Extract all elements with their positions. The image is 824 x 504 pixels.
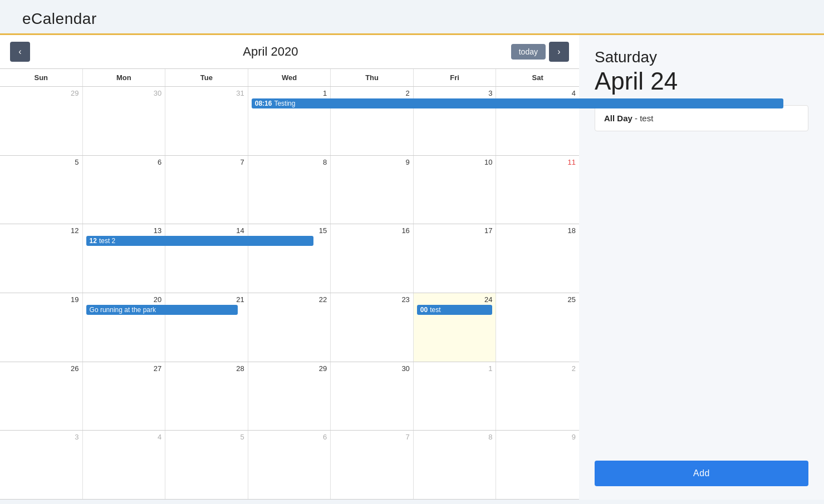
day-cell-may7[interactable]: 7 [331, 431, 414, 499]
week-row-1: 29 30 31 1 08:16Testing 2 3 4 [0, 87, 579, 156]
detail-date: April 24 [595, 67, 808, 95]
day-cell-apr29[interactable]: 29 [248, 362, 331, 431]
day-cell-apr21[interactable]: 21 [165, 293, 248, 362]
day-cell-mar31[interactable]: 31 [165, 87, 248, 155]
day-cell-apr28[interactable]: 28 [165, 362, 248, 431]
calendar-nav: ‹ April 2020 today › [0, 35, 579, 68]
calendar-section: ‹ April 2020 today › Sun Mon Tue Wed Thu… [0, 33, 579, 500]
event-apr13-test2[interactable]: 12test 2 [86, 236, 314, 246]
day-cell-apr11[interactable]: 11 [496, 156, 579, 224]
day-cell-apr7[interactable]: 7 [165, 156, 248, 224]
day-cell-apr13[interactable]: 13 12test 2 [83, 224, 166, 293]
all-day-label: All Day [604, 113, 632, 123]
day-cell-apr18[interactable]: 18 [496, 224, 579, 293]
day-header-wed: Wed [248, 69, 331, 86]
day-cell-apr19[interactable]: 19 [0, 293, 83, 362]
day-header-thu: Thu [331, 69, 414, 86]
day-header-sun: Sun [0, 69, 83, 86]
day-cell-apr10[interactable]: 10 [414, 156, 497, 224]
detail-day-name: Saturday [595, 48, 808, 66]
main-container: ‹ April 2020 today › Sun Mon Tue Wed Thu… [0, 33, 824, 500]
day-cell-may5[interactable]: 5 [165, 431, 248, 499]
weeks-container: 29 30 31 1 08:16Testing 2 3 4 5 6 7 8 [0, 87, 579, 500]
next-month-button[interactable]: › [549, 42, 569, 62]
day-cell-may9[interactable]: 9 [496, 431, 579, 499]
day-cell-apr2[interactable]: 2 [331, 87, 414, 155]
day-cell-apr26[interactable]: 26 [0, 362, 83, 431]
day-cell-apr22[interactable]: 22 [248, 293, 331, 362]
day-cell-apr25[interactable]: 25 [496, 293, 579, 362]
day-cell-apr4[interactable]: 4 [496, 87, 579, 155]
week-row-4: 19 20 Go running at the park 21 22 23 24… [0, 293, 579, 362]
month-title: April 2020 [243, 45, 298, 59]
app-title: eCalendar [0, 0, 824, 33]
event-apr20-running[interactable]: Go running at the park [86, 305, 238, 315]
day-cell-may4[interactable]: 4 [83, 431, 166, 499]
event-apr1-testing[interactable]: 08:16Testing [252, 98, 783, 108]
day-cell-apr8[interactable]: 8 [248, 156, 331, 224]
day-cell-may3[interactable]: 3 [0, 431, 83, 499]
event-apr24-test[interactable]: 00test [417, 305, 493, 315]
day-cell-may6[interactable]: 6 [248, 431, 331, 499]
week-row-3: 12 13 12test 2 14 15 16 17 18 [0, 224, 579, 293]
day-headers: Sun Mon Tue Wed Thu Fri Sat [0, 68, 579, 87]
day-cell-apr5[interactable]: 5 [0, 156, 83, 224]
day-cell-apr17[interactable]: 17 [414, 224, 497, 293]
week-row-5: 26 27 28 29 30 1 2 [0, 362, 579, 431]
day-cell-apr3[interactable]: 3 [414, 87, 497, 155]
day-cell-apr27[interactable]: 27 [83, 362, 166, 431]
day-cell-may2[interactable]: 2 [496, 362, 579, 431]
week-row-6: 3 4 5 6 7 8 9 [0, 431, 579, 500]
nav-right: today › [511, 42, 569, 62]
event-description: - test [635, 113, 653, 123]
detail-event-card[interactable]: All Day - test [595, 105, 808, 131]
day-cell-mar30[interactable]: 30 [83, 87, 166, 155]
day-cell-apr14[interactable]: 14 [165, 224, 248, 293]
day-cell-apr16[interactable]: 16 [331, 224, 414, 293]
day-cell-apr9[interactable]: 9 [331, 156, 414, 224]
day-cell-apr24[interactable]: 24 00test [414, 293, 497, 362]
day-header-mon: Mon [83, 69, 166, 86]
day-cell-may1[interactable]: 1 [414, 362, 497, 431]
day-header-tue: Tue [165, 69, 248, 86]
day-header-fri: Fri [414, 69, 497, 86]
week-row-2: 5 6 7 8 9 10 11 [0, 156, 579, 225]
add-button[interactable]: Add [595, 461, 808, 486]
day-cell-apr20[interactable]: 20 Go running at the park [83, 293, 166, 362]
day-header-sat: Sat [496, 69, 579, 86]
prev-month-button[interactable]: ‹ [10, 42, 30, 62]
day-cell-may8[interactable]: 8 [414, 431, 497, 499]
day-cell-apr1[interactable]: 1 08:16Testing [248, 87, 331, 155]
day-cell-apr12[interactable]: 12 [0, 224, 83, 293]
day-cell-mar29[interactable]: 29 [0, 87, 83, 155]
day-cell-apr6[interactable]: 6 [83, 156, 166, 224]
day-cell-apr23[interactable]: 23 [331, 293, 414, 362]
today-button[interactable]: today [511, 44, 546, 60]
day-cell-apr15[interactable]: 15 [248, 224, 331, 293]
day-cell-apr30[interactable]: 30 [331, 362, 414, 431]
